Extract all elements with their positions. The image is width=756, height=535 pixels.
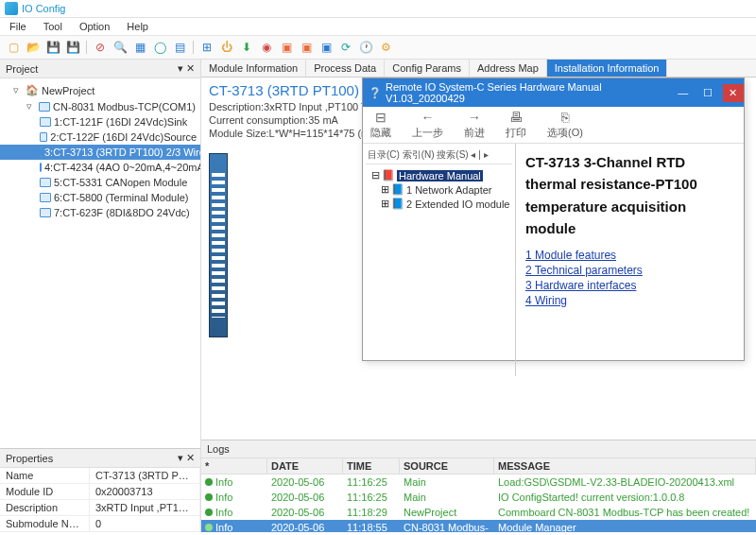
search-icon[interactable]: 🔍 (112, 39, 129, 56)
nav-item-extended-io[interactable]: ⊞📘2 Extended IO module (368, 197, 510, 211)
new-icon[interactable]: ▢ (5, 39, 22, 56)
manual-back-button[interactable]: ←上一步 (412, 110, 443, 140)
log-row[interactable]: Info2020-05-0611:18:29NewProjectCommboar… (201, 505, 756, 520)
manual-titlebar[interactable]: ❔ Remote IO System-C Series Hardware Man… (363, 78, 744, 107)
module-icon (40, 132, 47, 142)
gear-icon[interactable]: ⚙ (377, 39, 394, 56)
prop-val: CT-3713 (3RTD PT100) (90, 468, 200, 484)
logs-column-headers: *DATETIMESOURCEMESSAGE (201, 458, 756, 475)
manual-link-interfaces[interactable]: 3 Hardware interfaces (525, 279, 734, 292)
box1-icon[interactable]: ▣ (278, 39, 295, 56)
log-row[interactable]: Info2020-05-0611:16:25MainLoad:GSD\GSDML… (201, 475, 756, 490)
manual-window: ❔ Remote IO System-C Series Hardware Man… (362, 78, 745, 361)
module-icon (40, 193, 51, 202)
options-icon: ⎘ (561, 110, 569, 125)
close-button[interactable]: ✕ (723, 84, 744, 102)
stop-icon[interactable]: ◉ (258, 39, 275, 56)
content-tabs: Module Information Process Data Config P… (201, 60, 756, 78)
prop-val: 3xRTD Input ,PT100 T... (90, 500, 200, 516)
tab-install-info[interactable]: Installation Information (547, 60, 668, 77)
menu-bar: File Tool Option Help (0, 18, 756, 36)
logs-rows: Info2020-05-0611:16:25MainLoad:GSD\GSDML… (201, 475, 756, 532)
manual-print-button[interactable]: 🖶打印 (506, 110, 526, 140)
toolbar: ▢ 📂 💾 💾 ⊘ 🔍 ▦ ◯ ▤ ⊞ ⏻ ⬇ ◉ ▣ ▣ ▣ ⟳ 🕐 ⚙ (0, 36, 756, 60)
manual-title-text: Remote IO System-C Series Hardware Manua… (386, 81, 665, 104)
title-bar: IO Config (0, 0, 756, 18)
menu-help[interactable]: Help (127, 21, 148, 32)
save-icon[interactable]: 💾 (44, 39, 61, 56)
manual-link-features[interactable]: 1 Module features (525, 249, 734, 262)
clock-icon[interactable]: 🕐 (357, 39, 374, 56)
module-icon (40, 208, 51, 217)
status-dot-icon (205, 524, 213, 531)
tree-module-4[interactable]: 4:CT-4234 (4AO 0~20mA,4~20mA) (0, 160, 200, 175)
tree-module-1[interactable]: 1:CT-121F (16DI 24Vdc)Sink (0, 114, 200, 129)
box2-icon[interactable]: ▣ (298, 39, 315, 56)
prop-val: 0 (90, 516, 200, 532)
manual-forward-button[interactable]: →前进 (464, 110, 485, 140)
tree-module-6[interactable]: 6:CT-5800 (Terminal Module) (0, 190, 200, 205)
minimize-button[interactable]: — (673, 87, 694, 98)
hide-icon: ⊟ (375, 110, 387, 125)
circle-icon[interactable]: ◯ (151, 39, 168, 56)
manual-toolbar: ⊟隐藏 ←上一步 →前进 🖶打印 ⎘选项(O) (363, 107, 744, 144)
tree-module-2[interactable]: 2:CT-122F (16DI 24Vdc)Source (0, 129, 200, 145)
print-icon: 🖶 (509, 110, 523, 125)
tab-process-data[interactable]: Process Data (306, 60, 385, 77)
status-dot-icon (205, 509, 213, 516)
properties-grid: NameCT-3713 (3RTD PT100) Module ID0x2000… (0, 468, 200, 532)
tree-adapter[interactable]: ▿CN-8031 Modbus-TCP(COM1) (0, 98, 200, 114)
pin-icon[interactable]: ▾ ✕ (178, 452, 195, 464)
properties-panel: Properties ▾ ✕ NameCT-3713 (3RTD PT100) … (0, 448, 200, 532)
tree-root[interactable]: ▿🏠NewProject (0, 82, 200, 98)
forward-icon: → (468, 110, 481, 125)
manual-link-wiring[interactable]: 4 Wiring (525, 294, 734, 307)
manual-heading: CT-3713 3-Channel RTD thermal resistance… (525, 151, 734, 239)
project-panel-header: Project ▾ ✕ (0, 60, 200, 78)
tab-config-params[interactable]: Config Params (385, 60, 470, 77)
tab-address-map[interactable]: Address Map (470, 60, 547, 77)
log-row[interactable]: Info2020-05-0611:18:55CN-8031 Modbus-Mod… (201, 520, 756, 532)
manual-nav: 目录(C) 索引(N) 搜索(S) ◂ | ▸ ⊟📕Hardware Manua… (363, 144, 516, 376)
adapter-icon (39, 102, 50, 112)
menu-tool[interactable]: Tool (43, 21, 62, 32)
nav-item-network-adapter[interactable]: ⊞📘1 Network Adapter (368, 182, 510, 197)
content-area: CT-3713 (3RTD PT100) 2/3 Wire Descriptio… (201, 78, 756, 440)
sync-icon[interactable]: ⟳ (337, 39, 354, 56)
status-dot-icon (205, 478, 213, 486)
app-icon (5, 2, 18, 15)
app-title: IO Config (22, 3, 65, 14)
tree-module-5[interactable]: 5:CT-5331 CANopen Module (0, 175, 200, 190)
home-icon: 🏠 (26, 84, 39, 96)
saveas-icon[interactable]: 💾 (64, 39, 81, 56)
nav-item-hardware-manual[interactable]: ⊟📕Hardware Manual (368, 168, 510, 182)
box3-icon[interactable]: ▣ (318, 39, 335, 56)
book-icon: 📕 (382, 169, 395, 181)
grid-icon[interactable]: ⊞ (198, 39, 215, 56)
tab-module-info[interactable]: Module Information (201, 60, 306, 77)
menu-option[interactable]: Option (79, 21, 110, 32)
status-dot-icon (205, 493, 213, 501)
module-icon[interactable]: ▦ (131, 39, 148, 56)
tree-module-3[interactable]: 3:CT-3713 (3RTD PT100) 2/3 Wire (0, 145, 200, 160)
power-icon[interactable]: ⏻ (218, 39, 235, 56)
module-icon (40, 178, 51, 187)
tree-module-7[interactable]: 7:CT-623F (8DI&8DO 24Vdc) (0, 205, 200, 220)
back-icon: ← (421, 110, 435, 125)
prop-key: Module ID (0, 484, 90, 500)
menu-file[interactable]: File (9, 21, 26, 32)
pin-icon[interactable]: ▾ ✕ (178, 62, 195, 75)
table-icon[interactable]: ▤ (171, 39, 188, 56)
manual-options-button[interactable]: ⎘选项(O) (547, 110, 583, 140)
manual-nav-tabs[interactable]: 目录(C) 索引(N) 搜索(S) ◂ | ▸ (366, 147, 512, 164)
left-panel: Project ▾ ✕ ▿🏠NewProject ▿CN-8031 Modbus… (0, 60, 201, 532)
manual-link-parameters[interactable]: 2 Technical parameters (525, 264, 734, 277)
log-row[interactable]: Info2020-05-0611:16:25MainIO ConfigStart… (201, 490, 756, 505)
right-panel: Module Information Process Data Config P… (201, 60, 756, 532)
help-icon: ❔ (369, 87, 382, 99)
open-icon[interactable]: 📂 (25, 39, 42, 56)
maximize-button[interactable]: ☐ (697, 87, 718, 99)
manual-hide-button[interactable]: ⊟隐藏 (370, 110, 391, 140)
close-project-icon[interactable]: ⊘ (92, 39, 109, 56)
download-icon[interactable]: ⬇ (238, 39, 255, 56)
